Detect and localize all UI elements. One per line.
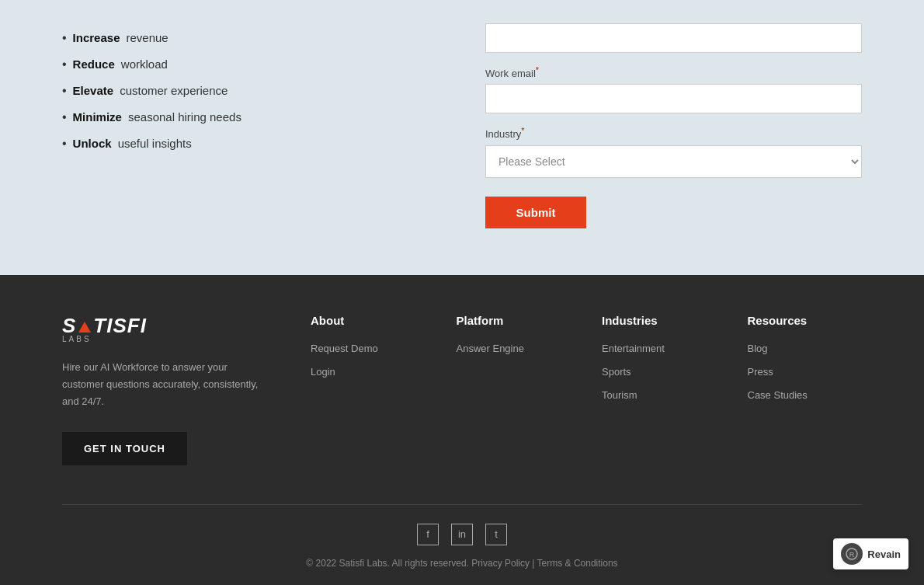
footer-link-answer-engine[interactable]: Answer Engine <box>457 343 524 354</box>
revain-icon: R <box>841 543 863 565</box>
logo-triangle-icon <box>78 322 91 333</box>
footer-link-entertainment[interactable]: Entertainment <box>602 343 665 354</box>
email-input[interactable] <box>485 84 862 113</box>
footer-col-about: About Request Demo Login <box>311 314 426 465</box>
footer: STISFI LABS Hire our AI Workforce to ans… <box>0 275 924 585</box>
bullet-list: Increase revenue Reduce workload Elevate… <box>62 31 439 151</box>
copyright-text: © 2022 Satisfi Labs. All rights reserved… <box>62 558 862 569</box>
logo-lockup: STISFI LABS <box>62 314 147 343</box>
footer-col-resources: Resources Blog Press Case Studies <box>748 314 863 465</box>
footer-col-industries: Industries Entertainment Sports Tourism <box>602 314 717 465</box>
top-section: Increase revenue Reduce workload Elevate… <box>0 0 924 275</box>
footer-col-about-title: About <box>311 314 426 327</box>
revain-label: Revain <box>867 548 901 560</box>
footer-link-case-studies[interactable]: Case Studies <box>748 389 808 401</box>
footer-brand: STISFI LABS Hire our AI Workforce to ans… <box>62 314 264 465</box>
submit-button[interactable]: Submit <box>485 197 586 228</box>
form-col: Work email* Industry* Please Select Ente… <box>485 23 862 228</box>
brand-description: Hire our AI Workforce to answer your cus… <box>62 359 264 410</box>
linkedin-icon[interactable]: in <box>451 524 473 545</box>
footer-link-press[interactable]: Press <box>748 366 773 378</box>
revain-badge[interactable]: R Revain <box>833 538 908 569</box>
footer-link-request-demo[interactable]: Request Demo <box>311 343 378 354</box>
footer-bottom: f in t © 2022 Satisfi Labs. All rights r… <box>62 504 862 569</box>
features-list-col: Increase revenue Reduce workload Elevate… <box>62 23 439 163</box>
email-form-group: Work email* <box>485 65 862 113</box>
footer-col-resources-title: Resources <box>748 314 863 327</box>
footer-top: STISFI LABS Hire our AI Workforce to ans… <box>62 314 862 465</box>
bullet-reduce: Reduce workload <box>62 57 439 71</box>
name-form-group <box>485 23 862 53</box>
industry-label: Industry* <box>485 126 862 140</box>
footer-col-industries-title: Industries <box>602 314 717 327</box>
email-label: Work email* <box>485 65 862 79</box>
bullet-unlock: Unlock useful insights <box>62 137 439 151</box>
footer-link-sports[interactable]: Sports <box>602 366 631 378</box>
name-input[interactable] <box>485 23 862 53</box>
svg-text:R: R <box>849 551 855 559</box>
footer-link-tourism[interactable]: Tourism <box>602 389 637 401</box>
bullet-increase: Increase revenue <box>62 31 439 45</box>
social-icons: f in t <box>62 524 862 545</box>
footer-col-platform-title: Platform <box>457 314 571 327</box>
facebook-icon[interactable]: f <box>417 524 439 545</box>
terms-conditions-link[interactable]: Terms & Conditions <box>537 558 618 569</box>
footer-link-login[interactable]: Login <box>311 366 335 378</box>
bullet-minimize: Minimize seasonal hiring needs <box>62 110 439 124</box>
footer-link-blog[interactable]: Blog <box>748 343 768 354</box>
get-in-touch-button[interactable]: GET IN TOUCH <box>62 432 187 465</box>
logo: STISFI LABS <box>62 314 264 343</box>
footer-col-platform: Platform Answer Engine <box>457 314 571 465</box>
bullet-elevate: Elevate customer experience <box>62 84 439 98</box>
industry-select[interactable]: Please Select Entertainment Sports Touri… <box>485 145 862 178</box>
footer-nav: About Request Demo Login Platform Answer… <box>311 314 862 465</box>
industry-form-group: Industry* Please Select Entertainment Sp… <box>485 126 862 177</box>
privacy-policy-link[interactable]: Privacy Policy <box>471 558 530 569</box>
twitter-icon[interactable]: t <box>485 524 507 545</box>
